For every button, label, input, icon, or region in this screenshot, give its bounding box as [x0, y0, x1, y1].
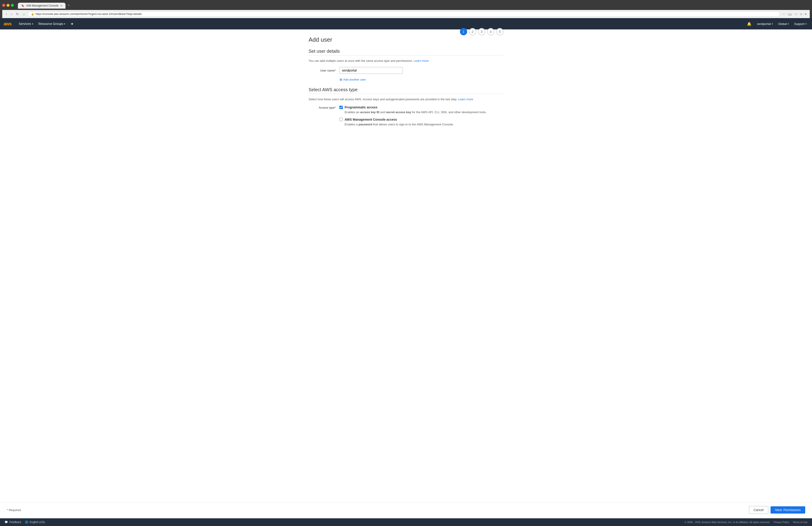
feedback-label: Feedback	[9, 521, 21, 524]
home-button[interactable]: ⌂	[21, 12, 26, 16]
set-user-details-section: Set user details You can add multiple us…	[308, 49, 504, 82]
support-chevron: ▾	[806, 22, 807, 25]
access-type-title: Select AWS access type	[308, 87, 504, 92]
console-access-title: AWS Management Console access	[345, 118, 397, 121]
console-access-desc: Enables a password that allows users to …	[345, 122, 504, 127]
notifications-button[interactable]: 🔔	[745, 21, 753, 27]
region-menu[interactable]: Global ▾	[777, 21, 791, 27]
user-name-label: sendportal	[757, 22, 771, 26]
lock-icon: 🔒	[31, 13, 34, 16]
feedback-button[interactable]: 💬 Feedback	[4, 521, 21, 524]
aws-nav-right: 🔔 sendportal ▾ Global ▾ Support ▾	[745, 21, 808, 27]
close-button[interactable]	[2, 4, 5, 7]
add-user-plus-icon: ⊕	[339, 77, 342, 82]
aws-nav-items: Services ▾ Resource Groups ▾ ★	[16, 20, 76, 27]
url-bar[interactable]: 🔒 https://console.aws.amazon.com/iam/hom…	[28, 11, 780, 17]
copyright-text: © 2008 - 2020, Amazon Web Services, Inc.…	[685, 521, 770, 524]
menu-icon[interactable]: ≡	[804, 12, 808, 16]
new-tab-button[interactable]: +	[66, 2, 72, 9]
footer-bar: * Required Cancel Next: Permissions	[0, 503, 812, 517]
aws-logo[interactable]: aws	[4, 21, 12, 27]
resource-groups-nav-item[interactable]: Resource Groups ▾	[36, 20, 68, 27]
section-divider-1	[308, 55, 504, 56]
support-label: Support	[794, 22, 804, 26]
tab-close-button[interactable]: ✕	[60, 4, 62, 7]
region-label: Global	[778, 22, 787, 26]
step-2[interactable]: 2	[469, 28, 476, 35]
region-chevron: ▾	[787, 22, 789, 25]
bookmark-nav-icon: ★	[71, 22, 74, 26]
extensions-icon[interactable]: ⋯	[781, 12, 786, 16]
username-input[interactable]	[339, 67, 403, 74]
set-user-details-learn-more[interactable]: Learn more	[414, 59, 429, 62]
tab-title: IAM Management Console	[26, 4, 58, 7]
url-text: https://console.aws.amazon.com/iam/home?…	[35, 13, 777, 16]
programmatic-access-header: Programmatic access	[339, 105, 504, 109]
language-icon: 🌐	[25, 521, 28, 524]
footer-actions: Cancel Next: Permissions	[749, 506, 805, 514]
resource-groups-chevron: ▾	[64, 22, 65, 25]
programmatic-access-checkbox[interactable]	[339, 106, 343, 109]
cancel-button[interactable]: Cancel	[749, 506, 768, 514]
set-user-details-title: Set user details	[308, 49, 504, 54]
programmatic-access-title: Programmatic access	[345, 105, 377, 109]
language-button[interactable]: 🌐 English (US)	[25, 521, 45, 524]
terms-of-use-link[interactable]: Terms of Use	[793, 521, 808, 524]
set-user-details-desc: You can add multiple users at once with …	[308, 59, 504, 62]
resource-groups-label: Resource Groups	[39, 22, 63, 26]
bottom-bar-right: © 2008 - 2020, Amazon Web Services, Inc.…	[685, 521, 808, 524]
required-note: * Required	[7, 508, 20, 512]
page-content-area: 1 2 3 4 5 Add user Set user details You …	[304, 29, 508, 140]
step-3[interactable]: 3	[478, 28, 485, 35]
select-access-type-section: Select AWS access type Select how these …	[308, 87, 504, 130]
back-button[interactable]: ‹	[4, 12, 9, 16]
reader-mode-icon[interactable]: 📖	[787, 12, 793, 16]
step-1[interactable]: 1	[460, 28, 467, 35]
user-chevron: ▾	[772, 22, 773, 25]
main-content: 1 2 3 4 5 Add user Set user details You …	[0, 29, 812, 526]
bell-icon: 🔔	[747, 22, 752, 26]
console-access-checkbox[interactable]	[339, 118, 343, 121]
language-label: English (US)	[30, 521, 45, 524]
tab-favicon: 🔖	[21, 4, 25, 7]
console-access-option: AWS Management Console access Enables a …	[339, 118, 504, 127]
section-divider-2	[308, 94, 504, 94]
minimize-button[interactable]	[6, 4, 10, 7]
access-type-desc: Select how these users will access AWS. …	[308, 97, 504, 101]
bookmark-icon[interactable]: ☆	[794, 12, 798, 16]
support-menu[interactable]: Support ▾	[792, 21, 808, 27]
access-type-label: Access type*	[308, 105, 336, 109]
services-label: Services	[19, 22, 31, 26]
privacy-policy-link[interactable]: Privacy Policy	[774, 521, 789, 524]
reload-button[interactable]: ↻	[15, 12, 20, 16]
access-type-row: Access type* Programmatic access Enables…	[308, 105, 504, 130]
next-permissions-button[interactable]: Next: Permissions	[770, 506, 805, 513]
forward-button[interactable]: ›	[10, 12, 14, 16]
console-access-header: AWS Management Console access	[339, 118, 504, 121]
maximize-button[interactable]	[11, 4, 14, 7]
programmatic-access-desc: Enables an access key ID and secret acce…	[345, 110, 504, 115]
steps-wizard: 1 2 3 4 5	[460, 28, 504, 35]
active-browser-tab[interactable]: 🔖 IAM Management Console ✕	[18, 3, 66, 9]
step-4[interactable]: 4	[487, 28, 494, 35]
access-type-learn-more[interactable]: Learn more	[458, 97, 473, 101]
bottom-bar: 💬 Feedback 🌐 English (US) © 2008 - 2020,…	[0, 518, 812, 526]
page-title: Add user	[308, 36, 504, 43]
username-form-row: User name*	[308, 67, 504, 74]
username-label: User name*	[308, 69, 336, 72]
step-5[interactable]: 5	[496, 28, 504, 35]
bottom-bar-left: 💬 Feedback 🌐 English (US)	[4, 521, 45, 524]
bookmark-nav-item[interactable]: ★	[69, 20, 76, 27]
feedback-icon: 💬	[4, 521, 8, 524]
more-tools-icon[interactable]: »	[799, 12, 803, 16]
user-menu[interactable]: sendportal ▾	[755, 21, 774, 27]
access-options-container: Programmatic access Enables an access ke…	[339, 105, 504, 130]
services-nav-item[interactable]: Services ▾	[16, 20, 35, 27]
services-chevron: ▾	[32, 22, 33, 25]
programmatic-access-option: Programmatic access Enables an access ke…	[339, 105, 504, 115]
aws-navbar: aws Services ▾ Resource Groups ▾ ★ 🔔 sen…	[0, 18, 812, 29]
add-another-user-link[interactable]: ⊕ Add another user	[339, 77, 504, 82]
